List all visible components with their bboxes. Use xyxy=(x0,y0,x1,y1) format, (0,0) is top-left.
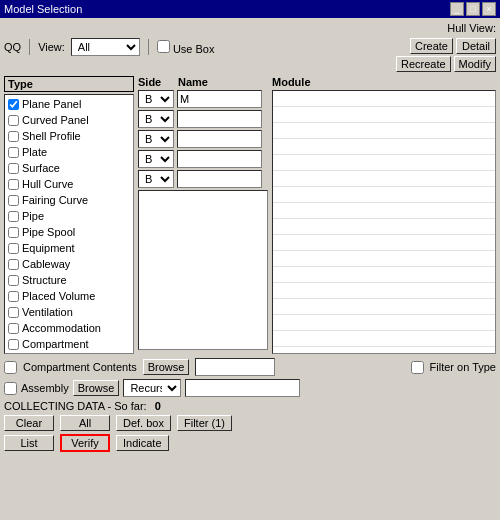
type-item: Plate xyxy=(6,144,132,160)
type-item: Curved Panel xyxy=(6,112,132,128)
main-content: QQ View: All Selected None Use Box Hull … xyxy=(0,18,500,456)
side-name-empty xyxy=(138,190,268,350)
module-row xyxy=(273,155,495,171)
side-name-row-2: BSPC xyxy=(138,130,268,148)
type-list: Plane PanelCurved PanelShell ProfilePlat… xyxy=(4,94,134,354)
type-checkbox-14[interactable] xyxy=(8,323,19,334)
type-label-8: Pipe Spool xyxy=(22,226,75,238)
view-label: View: xyxy=(38,41,65,53)
type-item: Plane Panel xyxy=(6,96,132,112)
type-checkbox-6[interactable] xyxy=(8,195,19,206)
name-input-4[interactable] xyxy=(177,170,262,188)
collecting-label: COLLECTING DATA - So far: xyxy=(4,400,147,412)
columns-area: Type Plane PanelCurved PanelShell Profil… xyxy=(4,76,496,354)
type-checkbox-4[interactable] xyxy=(8,163,19,174)
view-select[interactable]: All Selected None xyxy=(71,38,140,56)
modify-button[interactable]: Modify xyxy=(454,56,496,72)
module-row xyxy=(273,171,495,187)
top-toolbar: QQ View: All Selected None Use Box Hull … xyxy=(4,22,496,72)
compartment-text-input[interactable] xyxy=(195,358,275,376)
side-select-2[interactable]: BSPC xyxy=(138,130,174,148)
toolbar-right: Hull View: Create Detail Recreate Modify xyxy=(396,22,496,72)
verify-button[interactable]: Verify xyxy=(60,434,110,452)
type-item: Structure xyxy=(6,272,132,288)
recreate-button[interactable]: Recreate xyxy=(396,56,451,72)
collecting-value: 0 xyxy=(155,400,161,412)
module-row xyxy=(273,315,495,331)
type-item: Pipe Spool xyxy=(6,224,132,240)
module-row xyxy=(273,203,495,219)
type-checkbox-8[interactable] xyxy=(8,227,19,238)
window-controls[interactable]: _ □ × xyxy=(450,2,496,16)
type-checkbox-3[interactable] xyxy=(8,147,19,158)
side-name-row-3: BSPC xyxy=(138,150,268,168)
compartment-browse-button[interactable]: Browse xyxy=(143,359,190,375)
create-button[interactable]: Create xyxy=(410,38,453,54)
name-input-2[interactable] xyxy=(177,130,262,148)
assembly-label: Assembly xyxy=(21,382,69,394)
side-select-0[interactable]: BSPC xyxy=(138,90,174,108)
name-input-3[interactable] xyxy=(177,150,262,168)
type-label-9: Equipment xyxy=(22,242,75,254)
side-select-1[interactable]: BSPC xyxy=(138,110,174,128)
type-label-13: Ventilation xyxy=(22,306,73,318)
type-label-5: Hull Curve xyxy=(22,178,73,190)
maximize-button[interactable]: □ xyxy=(466,2,480,16)
use-box-checkbox[interactable] xyxy=(157,40,170,53)
side-select-4[interactable]: BSPC xyxy=(138,170,174,188)
type-checkbox-10[interactable] xyxy=(8,259,19,270)
clear-button[interactable]: Clear xyxy=(4,415,54,431)
minimize-button[interactable]: _ xyxy=(450,2,464,16)
actions-row-2: List Verify Indicate xyxy=(4,434,496,452)
side-name-row-1: BSPC xyxy=(138,110,268,128)
list-button[interactable]: List xyxy=(4,435,54,451)
assembly-checkbox[interactable] xyxy=(4,382,17,395)
def-box-button[interactable]: Def. box xyxy=(116,415,171,431)
recurs-select[interactable]: Recurs. Direct xyxy=(123,379,181,397)
module-list xyxy=(272,90,496,354)
type-label-15: Compartment xyxy=(22,338,89,350)
type-label-0: Plane Panel xyxy=(22,98,81,110)
module-row xyxy=(273,107,495,123)
module-column: Module xyxy=(272,76,496,354)
side-name-row-0: BSPC xyxy=(138,90,268,108)
type-item: Ventilation xyxy=(6,304,132,320)
side-name-column: Side Name BSPCBSPCBSPCBSPCBSPC xyxy=(138,76,268,354)
side-header: Side xyxy=(138,76,174,88)
detail-button[interactable]: Detail xyxy=(456,38,496,54)
close-button[interactable]: × xyxy=(482,2,496,16)
filter-type-checkbox[interactable] xyxy=(411,361,424,374)
type-checkbox-13[interactable] xyxy=(8,307,19,318)
type-checkbox-9[interactable] xyxy=(8,243,19,254)
filter-button[interactable]: Filter (1) xyxy=(177,415,232,431)
assembly-text-input[interactable] xyxy=(185,379,300,397)
type-checkbox-2[interactable] xyxy=(8,131,19,142)
type-checkbox-7[interactable] xyxy=(8,211,19,222)
type-checkbox-0[interactable] xyxy=(8,99,19,110)
side-select-3[interactable]: BSPC xyxy=(138,150,174,168)
assembly-browse-button[interactable]: Browse xyxy=(73,380,120,396)
module-row xyxy=(273,331,495,347)
type-label-7: Pipe xyxy=(22,210,44,222)
type-checkbox-12[interactable] xyxy=(8,291,19,302)
all-button[interactable]: All xyxy=(60,415,110,431)
type-checkbox-5[interactable] xyxy=(8,179,19,190)
indicate-button[interactable]: Indicate xyxy=(116,435,169,451)
name-input-0[interactable] xyxy=(177,90,262,108)
type-label-4: Surface xyxy=(22,162,60,174)
type-label-1: Curved Panel xyxy=(22,114,89,126)
type-checkbox-15[interactable] xyxy=(8,339,19,350)
compartment-label: Compartment Contents xyxy=(23,361,137,373)
type-item: Cableway xyxy=(6,256,132,272)
type-checkbox-11[interactable] xyxy=(8,275,19,286)
module-row xyxy=(273,267,495,283)
name-input-1[interactable] xyxy=(177,110,262,128)
type-item: Placed Volume xyxy=(6,288,132,304)
type-label-10: Cableway xyxy=(22,258,70,270)
compartment-checkbox[interactable] xyxy=(4,361,17,374)
toolbar-left: QQ View: All Selected None Use Box xyxy=(4,38,214,56)
module-row xyxy=(273,235,495,251)
separator-1 xyxy=(29,39,30,55)
side-name-row-4: BSPC xyxy=(138,170,268,188)
type-checkbox-1[interactable] xyxy=(8,115,19,126)
